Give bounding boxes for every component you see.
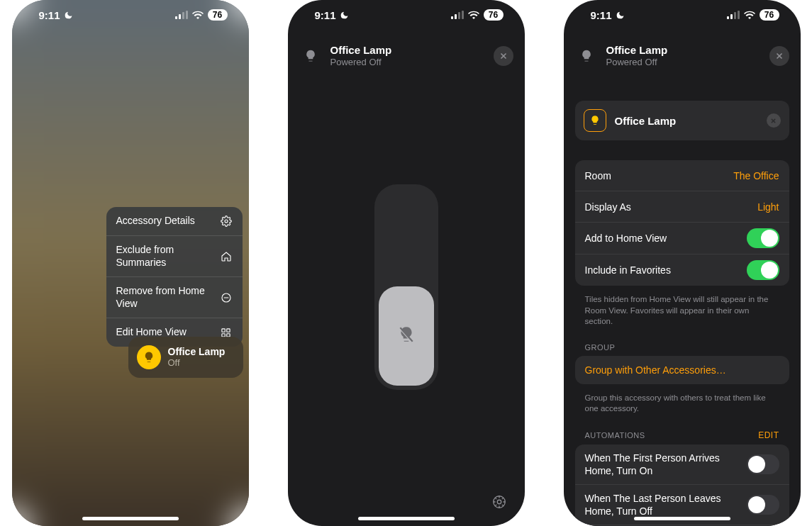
menu-label: Remove from Home View [116,285,220,310]
menu-label: Accessory Details [116,215,220,228]
svg-rect-8 [227,328,230,331]
svg-rect-12 [455,14,457,19]
automations-edit-button[interactable]: EDIT [758,430,779,440]
accessory-subtitle: Powered Off [330,57,485,68]
automation-row-1[interactable]: When The First Person Arrives Home, Turn… [575,444,789,485]
brightness-slider-thumb[interactable] [379,286,434,386]
svg-line-26 [501,505,503,506]
bulb-icon [575,45,598,67]
settings-button[interactable] [489,492,509,512]
automations-header-text: AUTOMATIONS [585,431,645,440]
svg-rect-13 [458,12,460,19]
status-bar: 9:11 76 [564,0,801,30]
svg-rect-10 [227,333,230,336]
svg-point-4 [225,220,228,223]
home-view-label: Add to Home View [585,233,667,244]
menu-remove-home-view[interactable]: Remove from Home View [106,277,243,318]
status-time: 9:11 [591,9,612,21]
tile-title: Office Lamp [168,346,226,357]
cell-signal-icon [451,11,464,19]
svg-rect-11 [451,16,453,19]
display-as-row[interactable]: Display As Light [575,191,789,223]
battery-level: 76 [208,9,228,21]
name-card[interactable]: Office Lamp [575,101,789,140]
room-value: The Office [733,170,779,181]
svg-line-25 [495,498,496,499]
group-header-text: GROUP [585,343,616,352]
do-not-disturb-icon [64,11,73,20]
svg-line-28 [501,498,503,499]
minus-circle-icon [220,291,233,304]
svg-line-27 [495,505,496,506]
clear-text-icon[interactable] [767,113,781,128]
automation-1-switch[interactable] [747,454,779,474]
close-button[interactable] [494,46,513,66]
svg-rect-0 [175,16,177,19]
tile-subtitle: Off [168,358,226,369]
brightness-slider-track[interactable] [374,184,438,390]
home-indicator[interactable] [358,517,455,520]
battery-level: 76 [484,9,504,21]
wifi-icon [192,11,204,19]
favorites-row: Include in Favorites [575,254,789,286]
svg-rect-1 [179,14,181,19]
phone-screen-context-menu: 9:11 76 Accessory Details Exclude from S… [12,0,249,526]
menu-accessory-details[interactable]: Accessory Details [106,207,243,236]
svg-rect-29 [727,16,729,19]
group-card: Group with Other Accessories… [575,356,789,384]
status-time: 9:11 [39,9,60,21]
group-section-label: GROUP [575,337,789,356]
home-indicator[interactable] [634,517,730,520]
accessory-subtitle: Powered Off [606,57,761,68]
svg-rect-3 [186,11,188,19]
cell-signal-icon [175,11,188,19]
do-not-disturb-icon [616,11,625,20]
accessory-tile[interactable]: Office Lamp Off [128,337,243,378]
bulb-off-icon [397,325,416,347]
svg-rect-14 [462,11,464,19]
bulb-icon [137,345,161,369]
menu-exclude-summaries[interactable]: Exclude from Summaries [106,236,243,277]
close-button[interactable] [769,46,789,66]
home-indicator[interactable] [82,517,179,520]
home-view-footnote: Tiles hidden from Home View will still a… [575,290,789,337]
automation-2-switch[interactable] [747,495,779,515]
settings-group-main: Room The Office Display As Light Add to … [575,160,789,286]
do-not-disturb-icon [340,11,349,20]
room-label: Room [585,170,611,181]
group-with-others-button[interactable]: Group with Other Accessories… [575,356,789,384]
favorites-label: Include in Favorites [585,264,671,276]
room-row[interactable]: Room The Office [575,160,789,191]
svg-rect-30 [730,14,733,19]
svg-point-19 [497,500,501,504]
home-icon [220,250,233,263]
status-bar: 9:11 76 [12,0,249,30]
svg-rect-7 [222,328,225,331]
menu-label: Exclude from Summaries [116,244,220,269]
wifi-icon [744,11,755,19]
accessory-header: Office Lamp Powered Off [564,44,801,68]
battery-level: 76 [760,9,779,21]
automations-section-label: AUTOMATIONS EDIT [575,425,789,444]
home-view-switch[interactable] [747,228,779,248]
svg-rect-32 [738,11,740,19]
bulb-icon [584,109,606,132]
display-as-value: Light [757,201,779,213]
context-menu: Accessory Details Exclude from Summaries… [106,207,243,347]
group-footnote: Group this accessory with others to trea… [575,388,789,425]
cell-signal-icon [727,11,740,19]
accessory-title: Office Lamp [330,44,485,57]
svg-rect-9 [222,333,225,336]
svg-rect-31 [734,12,736,19]
accessory-title: Office Lamp [606,44,761,57]
settings-scroll[interactable]: Office Lamp Room The Office Display As L… [564,86,801,526]
favorites-switch[interactable] [747,260,779,280]
accessory-name-input[interactable]: Office Lamp [615,115,758,127]
accessory-header: Office Lamp Powered Off [288,44,525,68]
gear-icon [220,215,233,228]
phone-screen-settings: 9:11 76 Office Lamp Powered Off [564,0,801,526]
display-as-label: Display As [585,201,631,213]
automations-card: When The First Person Arrives Home, Turn… [575,444,789,526]
bulb-icon [299,45,322,67]
phone-screen-slider: 9:11 76 Office Lamp Powered Off [288,0,525,526]
